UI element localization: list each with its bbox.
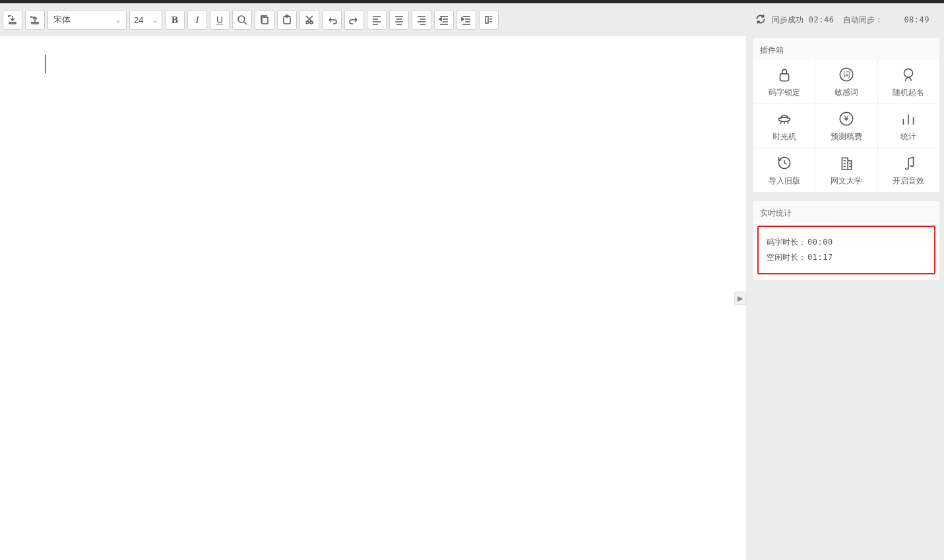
plugin-label: 随机起名 xyxy=(893,87,924,98)
plugin-sound[interactable]: 开启音效 xyxy=(878,148,939,192)
word-icon xyxy=(838,66,855,83)
yen-icon xyxy=(838,110,855,127)
plugin-statistics[interactable]: 统计 xyxy=(878,104,939,148)
history-icon xyxy=(776,154,793,171)
align-right-button[interactable] xyxy=(412,10,431,30)
export-button[interactable] xyxy=(3,10,22,30)
ufo-icon xyxy=(776,110,793,127)
plugin-sensitive-words[interactable]: 敏感词 xyxy=(815,60,877,104)
plugin-label: 时光机 xyxy=(772,131,796,142)
plugin-label: 预测稿费 xyxy=(831,131,862,142)
sync-status-area: 同步成功 02:46 自动同步： 08:49 xyxy=(755,13,941,27)
italic-button[interactable]: I xyxy=(187,10,207,30)
auto-sync-label: 自动同步： xyxy=(843,15,883,26)
plugin-university[interactable]: 网文大学 xyxy=(815,148,877,192)
plugin-time-machine[interactable]: 时光机 xyxy=(753,104,815,148)
sync-status-label: 同步成功 xyxy=(772,15,803,26)
text-cursor xyxy=(45,55,46,73)
idle-time-value: 01:17 xyxy=(807,250,833,265)
next-chapter-button[interactable]: ▶ xyxy=(734,292,746,305)
editor-area[interactable] xyxy=(0,36,746,560)
right-sidebar: 插件箱 码字锁定 敏感词 随机起名 时光机 xyxy=(746,36,944,560)
typing-time-label: 码字时长： xyxy=(767,235,806,250)
bars-icon xyxy=(900,110,917,127)
plugin-label: 网文大学 xyxy=(831,175,862,187)
sync-status-time: 02:46 xyxy=(809,15,834,24)
align-left-button[interactable] xyxy=(367,10,387,30)
copy-button[interactable] xyxy=(255,10,274,30)
font-family-value: 宋体 xyxy=(53,14,71,26)
bold-button[interactable]: B xyxy=(165,10,185,30)
building-icon xyxy=(838,154,855,171)
lock-icon xyxy=(776,66,793,83)
plugin-label: 开启音效 xyxy=(893,175,924,187)
indent-increase-button[interactable] xyxy=(456,10,476,30)
plugin-label: 统计 xyxy=(900,131,916,142)
plugin-label: 敏感词 xyxy=(834,87,858,98)
toolbar: 宋体 ⌄ 24 ⌄ B I U 同步成功 02:46 自动同步： 08:49 xyxy=(0,3,944,36)
editor-container: ◀ ▶ xyxy=(0,36,746,560)
align-center-button[interactable] xyxy=(389,10,409,30)
undo-button[interactable] xyxy=(322,10,342,30)
sync-icon[interactable] xyxy=(755,13,767,27)
plugin-random-name[interactable]: 随机起名 xyxy=(878,60,939,104)
stats-highlight-box: 码字时长： 00:00 空闲时长： 01:17 xyxy=(757,226,935,274)
music-icon xyxy=(900,154,917,171)
plugin-label: 码字锁定 xyxy=(769,87,800,98)
underline-button[interactable]: U xyxy=(210,10,230,30)
indent-decrease-button[interactable] xyxy=(434,10,454,30)
typeset-button[interactable] xyxy=(479,10,499,30)
font-size-select[interactable]: 24 ⌄ xyxy=(129,10,162,30)
head-icon xyxy=(900,66,917,83)
plugin-label: 导入旧版 xyxy=(769,175,800,187)
plugin-panel-title: 插件箱 xyxy=(753,38,939,60)
cut-button[interactable] xyxy=(299,10,319,30)
font-size-value: 24 xyxy=(134,15,143,25)
chevron-down-icon: ⌄ xyxy=(152,16,158,24)
chevron-down-icon: ⌄ xyxy=(115,16,121,24)
stats-panel: 实时统计 码字时长： 00:00 空闲时长： 01:17 xyxy=(753,201,940,280)
auto-sync-time: 08:49 xyxy=(904,15,929,24)
redo-button[interactable] xyxy=(344,10,364,30)
paste-button[interactable] xyxy=(277,10,297,30)
plugin-predict-fee[interactable]: 预测稿费 xyxy=(815,104,877,148)
plugin-lock[interactable]: 码字锁定 xyxy=(753,60,815,104)
plugin-import-old[interactable]: 导入旧版 xyxy=(753,148,815,192)
idle-time-label: 空闲时长： xyxy=(767,250,806,265)
stats-panel-title: 实时统计 xyxy=(753,201,939,223)
import-button[interactable] xyxy=(25,10,45,30)
plugin-panel: 插件箱 码字锁定 敏感词 随机起名 时光机 xyxy=(753,38,940,193)
search-button[interactable] xyxy=(232,10,252,30)
plugin-grid: 码字锁定 敏感词 随机起名 时光机 预测稿费 xyxy=(753,60,939,192)
typing-time-value: 00:00 xyxy=(807,235,833,250)
font-family-select[interactable]: 宋体 ⌄ xyxy=(47,10,127,30)
